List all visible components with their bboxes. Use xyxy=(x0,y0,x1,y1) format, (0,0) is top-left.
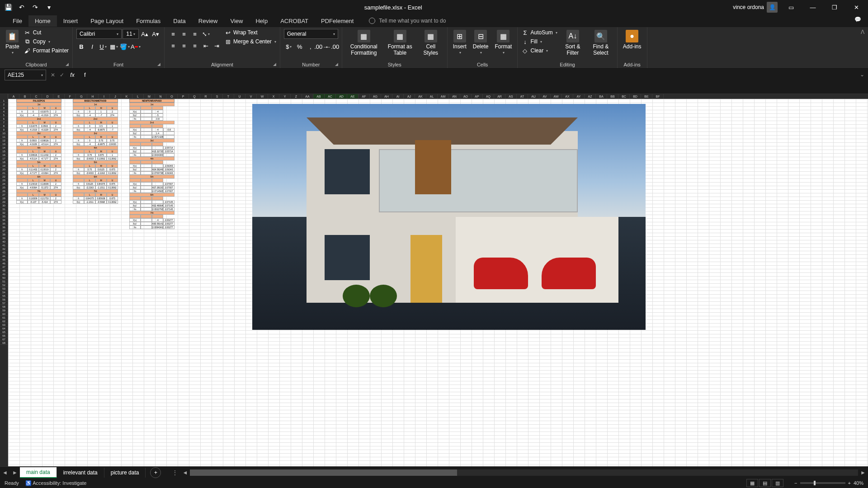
horizontal-scrollbar[interactable]: ⋮ ◄ ► xyxy=(170,469,868,476)
col-header-O[interactable]: O xyxy=(166,94,178,99)
row-header[interactable]: 3 xyxy=(0,106,8,110)
row-header[interactable]: 59 xyxy=(0,309,8,312)
row-header[interactable]: 26 xyxy=(0,189,8,193)
fill-color-button[interactable]: 🪣▾ xyxy=(120,42,130,52)
page-layout-view-icon[interactable]: ▤ xyxy=(759,479,771,487)
merge-center-button[interactable]: ⊞Merge & Center▾ xyxy=(224,38,276,45)
row-header[interactable]: 10 xyxy=(0,131,8,135)
row-header[interactable]: 28 xyxy=(0,197,8,200)
col-header-AD[interactable]: AD xyxy=(336,94,347,99)
col-header-AG[interactable]: AG xyxy=(370,94,381,99)
decrease-indent-icon[interactable]: ⇤ xyxy=(201,41,211,51)
row-header[interactable]: 60 xyxy=(0,312,8,316)
col-header-N[interactable]: N xyxy=(155,94,166,99)
col-header-AZ[interactable]: AZ xyxy=(585,94,596,99)
col-header-AR[interactable]: AR xyxy=(494,94,505,99)
col-header-B[interactable]: B xyxy=(19,94,31,99)
row-header[interactable]: 6 xyxy=(0,117,8,121)
col-header-BA[interactable]: BA xyxy=(596,94,607,99)
align-left-icon[interactable]: ≡ xyxy=(168,41,178,51)
row-header[interactable]: 33 xyxy=(0,215,8,218)
col-header-AQ[interactable]: AQ xyxy=(483,94,494,99)
zoom-level[interactable]: 40% xyxy=(854,480,863,486)
sort-filter-button[interactable]: A↓Sort & Filter xyxy=(560,29,585,57)
tell-me-search[interactable]: Tell me what you want to do xyxy=(369,18,446,24)
ribbon-display-icon[interactable]: ▭ xyxy=(783,1,799,14)
col-header-I[interactable]: I xyxy=(99,94,110,99)
row-header[interactable]: 15 xyxy=(0,150,8,153)
col-header-AW[interactable]: AW xyxy=(551,94,562,99)
tab-review[interactable]: Review xyxy=(192,15,224,27)
row-header[interactable]: 36 xyxy=(0,225,8,229)
col-header-C[interactable]: C xyxy=(31,94,42,99)
align-middle-icon[interactable]: ≡ xyxy=(179,29,189,39)
formula-input[interactable]: f xyxy=(80,70,856,80)
row-header[interactable]: 27 xyxy=(0,193,8,197)
col-header-AY[interactable]: AY xyxy=(573,94,585,99)
sheet-tab-main-data[interactable]: main data xyxy=(20,467,57,478)
row-header[interactable]: 58 xyxy=(0,305,8,309)
col-header-S[interactable]: S xyxy=(212,94,223,99)
normal-view-icon[interactable]: ▦ xyxy=(746,479,758,487)
col-header-AH[interactable]: AH xyxy=(381,94,392,99)
col-header-AK[interactable]: AK xyxy=(415,94,426,99)
new-sheet-button[interactable]: + xyxy=(150,467,161,478)
format-cells-button[interactable]: ▦Format▾ xyxy=(493,29,514,56)
column-headers[interactable]: ABCDEFGHIJKLMNOPQRSTUVWXYZAAABACADAEAFAG… xyxy=(8,94,868,99)
bold-button[interactable]: B xyxy=(76,42,86,52)
row-header[interactable]: 35 xyxy=(0,222,8,225)
align-top-icon[interactable]: ≡ xyxy=(168,29,178,39)
row-header[interactable]: 1 xyxy=(0,99,8,103)
row-header[interactable]: 49 xyxy=(0,272,8,276)
row-header[interactable]: 57 xyxy=(0,301,8,305)
tab-formulas[interactable]: Formulas xyxy=(130,15,167,27)
row-header[interactable]: 29 xyxy=(0,200,8,204)
delete-cells-button[interactable]: ⊟Delete▾ xyxy=(471,29,491,56)
decrease-font-icon[interactable]: A▾ xyxy=(151,29,160,39)
col-header-AJ[interactable]: AJ xyxy=(404,94,415,99)
row-header[interactable]: 11 xyxy=(0,135,8,139)
row-header[interactable]: 2 xyxy=(0,103,8,106)
row-header[interactable]: 19 xyxy=(0,164,8,168)
row-header[interactable]: 23 xyxy=(0,178,8,182)
row-header[interactable]: 16 xyxy=(0,153,8,157)
border-button[interactable]: ▦▾ xyxy=(109,42,119,52)
tab-acrobat[interactable]: ACROBAT xyxy=(274,15,315,27)
row-header[interactable]: 53 xyxy=(0,287,8,291)
align-bottom-icon[interactable]: ≡ xyxy=(190,29,200,39)
worksheet-grid[interactable]: 1234567891011121314151617181920212223242… xyxy=(0,94,868,466)
row-header[interactable]: 52 xyxy=(0,283,8,287)
enter-formula-icon[interactable]: ✓ xyxy=(60,72,64,78)
col-header-AT[interactable]: AT xyxy=(517,94,528,99)
col-header-AB[interactable]: AB xyxy=(313,94,325,99)
row-header[interactable]: 13 xyxy=(0,142,8,146)
alignment-launcher-icon[interactable]: ◢ xyxy=(273,62,276,66)
close-icon[interactable]: ✕ xyxy=(848,1,864,14)
col-header-AO[interactable]: AO xyxy=(460,94,472,99)
col-header-AF[interactable]: AF xyxy=(359,94,370,99)
row-header[interactable]: 41 xyxy=(0,244,8,247)
row-header[interactable]: 9 xyxy=(0,128,8,131)
save-icon[interactable]: 💾 xyxy=(4,3,13,12)
page-break-view-icon[interactable]: ▥ xyxy=(772,479,783,487)
italic-button[interactable]: I xyxy=(87,42,97,52)
font-size-select[interactable]: 11▾ xyxy=(123,29,139,39)
fx-icon[interactable]: fx xyxy=(69,71,76,79)
col-header-L[interactable]: L xyxy=(132,94,144,99)
redo-icon[interactable]: ↷ xyxy=(31,3,40,12)
col-header-Z[interactable]: Z xyxy=(291,94,302,99)
increase-font-icon[interactable]: A▴ xyxy=(140,29,150,39)
col-header-AA[interactable]: AA xyxy=(302,94,313,99)
decrease-decimal-icon[interactable]: ←.00 xyxy=(327,42,337,52)
orientation-icon[interactable]: ⤡▾ xyxy=(201,29,211,39)
row-header[interactable]: 25 xyxy=(0,186,8,189)
col-header-AN[interactable]: AN xyxy=(449,94,460,99)
addins-button[interactable]: ●Add-ins xyxy=(621,29,643,51)
col-header-P[interactable]: P xyxy=(178,94,189,99)
col-header-AU[interactable]: AU xyxy=(528,94,539,99)
row-header[interactable]: 61 xyxy=(0,316,8,319)
col-header-E[interactable]: E xyxy=(53,94,65,99)
tab-insert[interactable]: Insert xyxy=(57,15,85,27)
col-header-D[interactable]: D xyxy=(42,94,53,99)
undo-icon[interactable]: ↶ xyxy=(17,3,26,12)
